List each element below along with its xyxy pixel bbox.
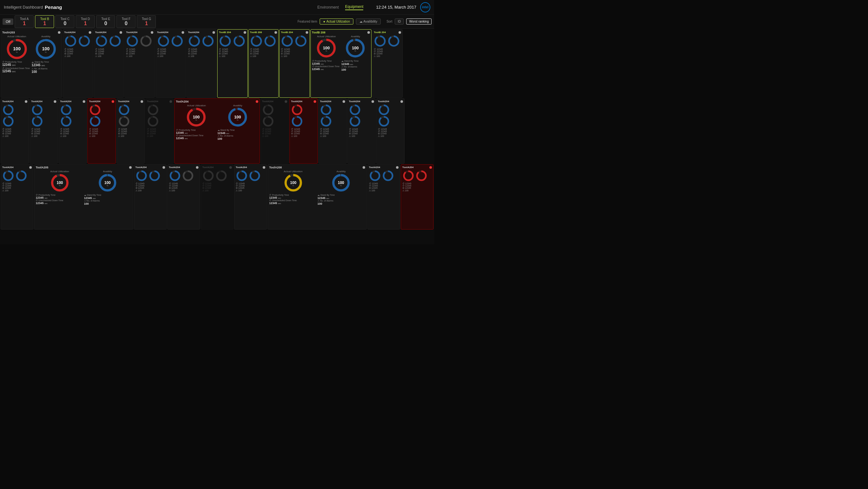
svg-point-9: [66, 36, 75, 46]
svg-point-25: [190, 36, 199, 46]
svg-point-97: [350, 105, 360, 114]
card-r2-darkred: ToolA204 ⏱ 12345 ⏱ 12345 ⚙ 12345 ⚠ 100: [289, 98, 318, 164]
svg-point-103: [379, 117, 389, 126]
card-toola208: ToolA208 Actual Utilization 100 % Availi…: [268, 164, 366, 230]
tool-tab-f[interactable]: Tool F 0: [116, 15, 135, 28]
svg-point-55: [4, 117, 13, 126]
tool-tab-a[interactable]: Tool A 1: [14, 15, 34, 28]
card-r2-red: ToolA204 ⏱ 12345 ⏱ 12345 ⚙ 12345 ⚠ 100: [88, 98, 116, 164]
svg-text:100: 100: [104, 180, 111, 185]
card-r3-gray: ToolA204 ⏱ 12345 ⏱ 12345 ⚙ 12345 ⚠ 100: [201, 164, 234, 230]
svg-point-91: [292, 117, 302, 126]
nav-equipment[interactable]: Equipment: [345, 4, 363, 10]
svg-point-143: [383, 171, 393, 180]
svg-text:%: %: [292, 185, 294, 186]
svg-point-107: [17, 171, 26, 180]
main-nav: Environment Equipment: [317, 4, 364, 10]
off-button[interactable]: Off: [3, 19, 13, 25]
svg-text:100: 100: [338, 180, 344, 185]
svg-point-11: [80, 36, 89, 46]
svg-point-89: [292, 105, 302, 114]
svg-point-123: [184, 171, 192, 180]
card-r2-11: ToolA204 ⏱ 12345 ⏱ 12345 ⚙ 12345 ⚠ 100: [318, 98, 347, 164]
svg-text:100: 100: [42, 46, 50, 51]
card-toola204-2: ToolA204 ⏱ 12345 ⏱ 12345 ⚙ 12345 ⚠ 100: [63, 29, 93, 98]
svg-point-19: [141, 36, 151, 46]
svg-point-21: [159, 36, 168, 46]
svg-point-15: [111, 36, 120, 46]
card-toolb204-2: ToolB 204 ⏱ 12345 ⏱ 12345 ⚙ 12345 ⚠ 100: [279, 29, 309, 98]
location-label: Penang: [45, 4, 62, 10]
card-r3-10: ToolA204 ⏱ 12345 ⏱ 12345 ⚙ 12345 ⚠ 100: [367, 164, 400, 230]
svg-point-27: [203, 36, 213, 46]
svg-point-129: [237, 171, 246, 180]
card-r2-gray2: ToolA204 ⏱ 12345 ⏱ 12345 ⚙ 12345 ⚠ 100: [260, 98, 289, 164]
featured-availibility[interactable]: ☁ Availibility: [356, 19, 381, 25]
featured-actual-utilization[interactable]: ● Actual Utilization: [320, 19, 353, 25]
card-r2-gray: ToolA204 ⏱ 12345 ⏱ 12345 ⚙ 12345 ⚠ 100: [145, 98, 174, 164]
svg-point-39: [296, 36, 306, 46]
svg-point-127: [217, 171, 226, 180]
svg-point-147: [417, 171, 426, 180]
svg-text:%: %: [237, 119, 239, 121]
svg-text:%: %: [107, 185, 109, 186]
svg-text:100: 100: [352, 46, 359, 50]
svg-point-125: [204, 171, 213, 180]
card-toolb204-3: ToolB 204 ⏱ 12345 ⏱ 12345 ⚙ 12345 ⚠ 100: [372, 29, 402, 98]
svg-point-95: [321, 117, 331, 126]
svg-point-65: [91, 105, 99, 114]
card-toola204-4: ToolA204 ⏱ 12345 ⏱ 12345 ⚙ 12345 ⚠ 100: [124, 29, 155, 98]
svg-text:100: 100: [13, 46, 21, 51]
svg-point-75: [149, 117, 157, 126]
app-title: Intelligent Dashboard: [4, 5, 43, 9]
nav-environment[interactable]: Environment: [317, 5, 339, 9]
sort-id[interactable]: ID: [395, 19, 404, 25]
card-r2-2: ToolA204 ⏱ 12345 ⏱ 12345 ⚙ 12345 ⚠ 100: [30, 98, 58, 164]
svg-point-73: [149, 105, 157, 114]
svg-point-31: [235, 36, 244, 46]
svg-point-59: [33, 117, 42, 126]
svg-point-53: [4, 105, 13, 114]
card-toola204-5: ToolA204 ⏱ 12345 ⏱ 12345 ⚙ 12345 ⚠ 100: [156, 29, 186, 98]
tool-tabs-bar: Off Tool A 1 Tool B 1 Tool C 0 Tool D 1 …: [0, 15, 434, 29]
svg-text:%: %: [45, 51, 47, 53]
svg-point-33: [252, 36, 261, 46]
svg-point-145: [404, 171, 413, 180]
card-r3-1: ToolA204 ⏱ 12345 ⏱ 12345 ⚙ 12345 ⚠ 100: [1, 164, 33, 230]
svg-point-57: [33, 105, 42, 114]
svg-point-141: [371, 171, 379, 180]
svg-point-37: [282, 36, 292, 46]
tool-tab-b[interactable]: Tool B 1: [35, 15, 54, 28]
tool-tab-e[interactable]: Tool E 0: [96, 15, 115, 28]
card-r3-5: ToolA204 ⏱ 12345 ⏱ 12345 ⚙ 12345 ⚠ 100: [167, 164, 200, 230]
svg-text:%: %: [16, 51, 18, 53]
svg-text:100: 100: [193, 115, 200, 119]
svg-text:%: %: [340, 185, 342, 186]
svg-text:%: %: [354, 50, 356, 52]
card-toolb204-1: ToolB 204 ⏱ 12345 ⏱ 12345 ⚙ 12345 ⚠ 100: [217, 29, 247, 98]
svg-point-85: [264, 105, 273, 114]
sort-worst-ranking[interactable]: Worst ranking: [406, 19, 432, 25]
svg-text:%: %: [59, 185, 61, 186]
svg-point-105: [4, 171, 13, 180]
svg-point-117: [137, 171, 146, 180]
card-r3-7: ToolA204 ⏱ 12345 ⏱ 12345 ⚙ 12345 ⚠ 100: [234, 164, 267, 230]
card-r2-13: ToolA204 ⏱ 12345 ⏱ 12345 ⚙ 12345 ⚠ 100: [376, 98, 405, 164]
card-toolb208-large: ToolB 208 Actual Utilization 100 % Avail…: [310, 29, 372, 98]
tool-tab-g[interactable]: Tool G 1: [137, 15, 156, 28]
svg-point-99: [350, 117, 360, 126]
svg-point-69: [120, 105, 128, 114]
featured-label: Featured item: [298, 20, 317, 23]
card-r2-12: ToolA204 ⏱ 12345 ⏱ 12345 ⚙ 12345 ⚠ 100: [347, 98, 376, 164]
card-r2-3: ToolA204 ⏱ 12345 ⏱ 12345 ⚙ 12345 ⚠ 100: [59, 98, 87, 164]
svg-point-49: [375, 36, 385, 46]
tool-tab-c[interactable]: Tool C 0: [55, 15, 74, 28]
card-toola204-3: ToolA204 ⏱ 12345 ⏱ 12345 ⚙ 12345 ⚠ 100: [94, 29, 124, 98]
app-header: Intelligent Dashboard Penang Environment…: [0, 0, 434, 15]
tool-tab-d[interactable]: Tool D 1: [76, 15, 95, 28]
intel-logo: intel: [420, 2, 430, 12]
card-toola203: ToolA203 Actual Utilization 100 % Availi…: [1, 29, 62, 98]
card-r2-5: ToolA204 ⏱ 12345 ⏱ 12345 ⚙ 12345 ⚠ 100: [116, 98, 145, 164]
svg-point-71: [120, 117, 128, 126]
svg-point-61: [62, 105, 71, 114]
